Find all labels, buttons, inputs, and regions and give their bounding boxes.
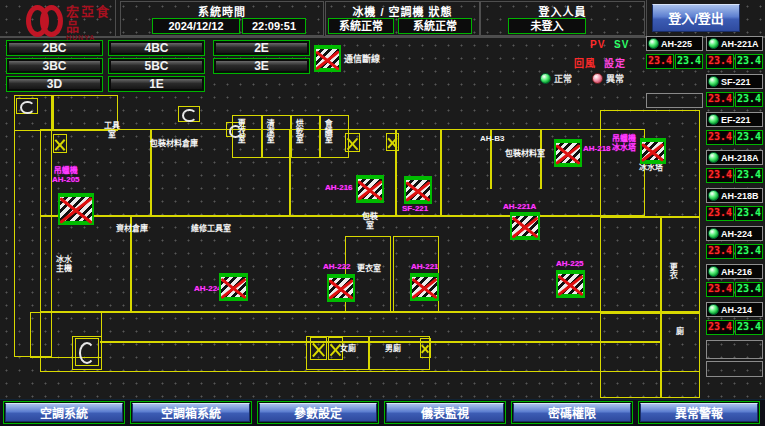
sv-value-ef-221: 23.4 <box>735 130 763 145</box>
normal-led-icon <box>540 73 551 84</box>
room-label: 清潔室 <box>265 119 274 143</box>
comm-error-icon[interactable] <box>327 274 355 302</box>
equipment-name: AH-225 <box>661 39 692 49</box>
login-logout-button[interactable]: 登入/登出 <box>652 4 740 32</box>
nav-button-2[interactable]: 空調箱系統 <box>132 403 250 422</box>
header-sep-2 <box>646 0 647 36</box>
status-led-icon <box>708 38 719 49</box>
nav-button-frame: 異常警報 <box>638 401 760 424</box>
room-label: 男廁 <box>385 344 401 353</box>
login-status-value: 未登入 <box>508 18 586 34</box>
sv-value-ah-225: 23.4 <box>675 54 703 69</box>
equipment-name: AH-221A <box>721 39 759 49</box>
comm-error-icon[interactable] <box>640 138 666 164</box>
equipment-button-sf-221[interactable]: SF-221 <box>706 74 763 89</box>
room-label: 包裝材料室 <box>505 149 545 158</box>
elevator-icon <box>420 338 431 358</box>
device-label: AH-221A <box>503 203 536 212</box>
pv-value-ah-225: 23.4 <box>646 54 674 69</box>
equipment-name: AH-216 <box>721 267 752 277</box>
room-label: 會議室 <box>323 119 332 143</box>
comm-error-legend-icon <box>314 45 341 72</box>
comm-error-icon[interactable] <box>219 273 248 301</box>
status-led-icon <box>708 190 719 201</box>
sv-subheader: 設定 <box>604 55 626 70</box>
sv-value-ah-216: 23.4 <box>735 282 763 297</box>
equipment-name: AH-224 <box>721 229 752 239</box>
equipment-button-ah-225[interactable]: AH-225 <box>646 36 703 51</box>
device-label: AH-222 <box>323 263 351 272</box>
nav-button-frame: 密碼權限 <box>511 401 633 424</box>
floor-button-frame: 3D <box>6 76 103 92</box>
nav-button-frame: 儀表監視 <box>384 401 506 424</box>
device-label: 吊蠟機 AH-205 <box>52 167 80 185</box>
room-label: 包裝 室 <box>362 212 378 230</box>
device-label: AH-216 <box>325 184 353 193</box>
comm-error-icon[interactable] <box>510 212 540 240</box>
floor-button-frame: 3BC <box>6 58 103 74</box>
equipment-button-ah-214[interactable]: AH-214 <box>706 302 763 317</box>
equipment-button-ah-218b[interactable]: AH-218B <box>706 188 763 203</box>
nav-button-frame: 參數設定 <box>257 401 379 424</box>
nav-button-frame: 空調系統 <box>3 401 125 424</box>
device-label: AH-221 <box>411 263 439 272</box>
abnormal-label: 異常 <box>606 72 624 85</box>
stairs-icon <box>16 98 38 114</box>
status-led-icon <box>708 304 719 315</box>
equipment-button-ah-221a[interactable]: AH-221A <box>706 36 763 51</box>
equipment-button-ah-224[interactable]: AH-224 <box>706 226 763 241</box>
nav-button-5[interactable]: 密碼權限 <box>513 403 631 422</box>
wall <box>440 129 442 216</box>
room-label: 更衣 <box>668 263 677 279</box>
nav-button-4[interactable]: 儀表監視 <box>386 403 504 422</box>
status-led-icon <box>708 266 719 277</box>
comm-error-icon[interactable] <box>356 175 384 203</box>
equipment-button-ef-221[interactable]: EF-221 <box>706 112 763 127</box>
comm-error-legend-label: 通信斷線 <box>344 52 380 65</box>
floor-button-3d[interactable]: 3D <box>8 78 101 90</box>
pv-value-ah-221a: 23.4 <box>706 54 734 69</box>
floor-button-3bc[interactable]: 3BC <box>8 60 101 72</box>
floor-button-2e[interactable]: 2E <box>215 42 308 54</box>
pv-header: PV <box>590 39 605 50</box>
floor-button-frame: 1E <box>108 76 205 92</box>
equipment-name: AH-218B <box>721 191 759 201</box>
nav-button-3[interactable]: 參數設定 <box>259 403 377 422</box>
pv-value-ah-214: 23.4 <box>706 320 734 335</box>
wall <box>100 341 660 343</box>
device-label: 吊蠟機 冰水塔 <box>612 135 636 153</box>
header: 宏亞食品 HUNYA FOODS 系統時間 2024/12/12 22:09:5… <box>0 0 765 37</box>
equipment-button-ah-216[interactable]: AH-216 <box>706 264 763 279</box>
comm-error-icon[interactable] <box>554 139 582 167</box>
logo-ring-icon <box>40 5 63 37</box>
floor-button-4bc[interactable]: 4BC <box>110 42 203 54</box>
floor-button-1e[interactable]: 1E <box>110 78 203 90</box>
comm-error-icon[interactable] <box>410 273 439 301</box>
nav-button-6[interactable]: 異常警報 <box>640 403 758 422</box>
legend-normal: 正常 <box>540 72 572 85</box>
floor-button-2bc[interactable]: 2BC <box>8 42 101 54</box>
pv-value-ah-216: 23.4 <box>706 282 734 297</box>
floor-button-5bc[interactable]: 5BC <box>110 60 203 72</box>
system-date-value: 2024/12/12 <box>152 18 240 34</box>
pv-value-ef-221: 23.4 <box>706 130 734 145</box>
status-led-icon <box>648 38 659 49</box>
sv-value-ah-224: 23.4 <box>735 244 763 259</box>
device-label: AH-218 <box>583 145 611 154</box>
logo: 宏亞食品 HUNYA FOODS <box>4 2 112 35</box>
nav-button-1[interactable]: 空調系統 <box>5 403 123 422</box>
wall <box>52 95 54 131</box>
comm-error-icon[interactable] <box>58 193 94 225</box>
status-led-icon <box>708 114 719 125</box>
equipment-name: AH-218A <box>721 153 759 163</box>
device-label: AH-224 <box>194 285 222 294</box>
comm-error-icon[interactable] <box>556 270 585 298</box>
floor-button-frame: 2BC <box>6 40 103 56</box>
equipment-button-ah-218a[interactable]: AH-218A <box>706 150 763 165</box>
pv-value-ah-224: 23.4 <box>706 244 734 259</box>
scada-hmi-screen: 宏亞食品 HUNYA FOODS 系統時間 2024/12/12 22:09:5… <box>0 0 765 426</box>
wall <box>540 129 542 189</box>
nav-button-frame: 空調箱系統 <box>130 401 252 424</box>
comm-error-icon[interactable] <box>404 176 432 204</box>
floor-button-3e[interactable]: 3E <box>215 60 308 72</box>
